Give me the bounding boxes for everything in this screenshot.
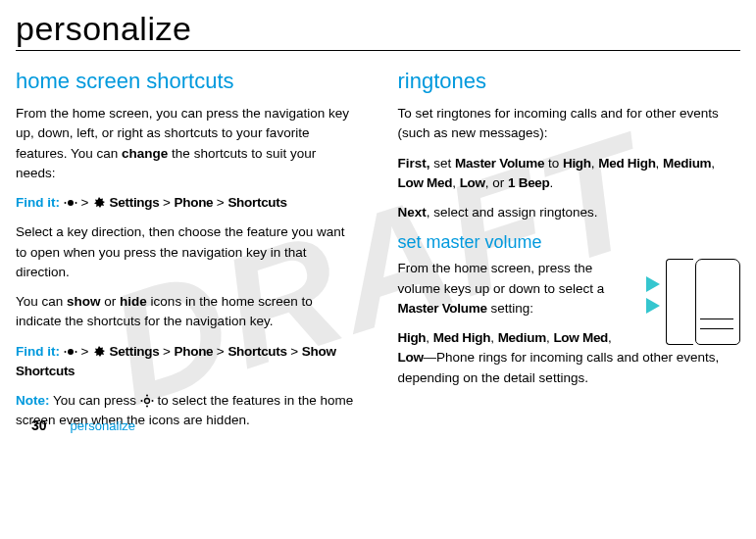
settings-icon [92,345,106,359]
sep: , [452,175,460,190]
sep: , [608,330,612,345]
arrow-icon [646,298,660,314]
svg-point-0 [68,200,74,206]
find-it-2: Find it: > Settings > Phone > Shortcuts … [16,342,359,382]
two-columns: home screen shortcuts From the home scre… [16,69,740,441]
nav-key-icon [140,394,154,408]
arrow-icon [646,276,660,292]
master-volume: Master Volume [398,301,487,316]
right-first: First, set Master Volume to High, Med Hi… [398,154,741,194]
left-p3: You can show or hide icons in the home s… [16,292,359,332]
text: You can press [50,393,140,408]
phone-body [695,259,740,345]
left-column: home screen shortcuts From the home scre… [16,69,359,441]
text: You can [16,294,67,309]
left-p1: From the home screen, you can press the … [16,104,359,183]
sep: > [163,195,175,210]
section-set-master-volume: set master volume [398,232,741,253]
opt-low: Low [398,350,424,365]
sep: > [77,344,92,359]
opt-medhigh: Med High [598,156,655,171]
sep: , [490,330,498,345]
right-column: ringtones To set ringtones for incoming … [398,69,741,441]
center-key-icon [64,198,77,208]
svg-point-7 [146,395,148,397]
nav-phone: Phone [175,195,217,210]
next-label: Next [398,205,427,220]
sep: , or [485,175,508,190]
page-content: personalize home screen shortcuts From t… [16,10,740,441]
page-footer: 30 personalize [31,417,135,433]
text: setting: [487,301,533,316]
nav-shortcuts: Shortcuts [227,195,286,210]
title-rule [16,50,740,51]
opt-medium: Medium [663,156,711,171]
page-number: 30 [31,417,47,433]
sep: > [77,195,92,210]
nav-settings: Settings [106,344,163,359]
sep: > [163,344,175,359]
word-show: show [67,294,101,309]
sep: , [711,156,715,171]
first-label: First, [398,156,430,171]
nav-phone: Phone [175,344,217,359]
section-home-shortcuts: home screen shortcuts [16,69,359,94]
settings-icon [92,196,106,210]
master-volume: Master Volume [455,156,544,171]
sep: > [290,344,302,359]
word-hide: hide [120,294,147,309]
find-it-label: Find it: [16,195,60,210]
svg-point-4 [64,351,66,353]
center-key-icon [64,347,77,357]
phone-keys [700,309,733,338]
phone-illustration [632,259,740,347]
opt-medhigh: Med High [433,330,490,345]
opt-high: High [398,330,427,345]
svg-point-8 [146,406,148,408]
right-next: Next, select and assign ringtones. [398,203,741,222]
left-p2: Select a key direction, then choose the … [16,222,359,282]
text: or [101,294,121,309]
section-ringtones: ringtones [398,69,741,94]
nav-settings: Settings [106,195,163,210]
text: to [544,156,563,171]
page-title: personalize [16,10,740,48]
opt-lowmed: Low Med [553,330,608,345]
text: —Phone rings for incoming calls and othe… [398,350,720,384]
note-label: Note: [16,393,50,408]
phone-side [666,259,693,345]
nav-shortcuts: Shortcuts [227,344,290,359]
text: , select and assign ringtones. [427,205,598,220]
opt-high: High [563,156,591,171]
sep: > [217,344,228,359]
opt-medium: Medium [498,330,546,345]
opt-lowmed: Low Med [398,175,453,190]
find-it-1: Find it: > Settings > Phone > Shortcuts [16,193,359,213]
opt-1beep: 1 Beep [508,175,549,190]
sep: > [217,195,228,210]
text: set [430,156,456,171]
opt-low: Low [460,175,485,190]
sep: , [426,330,433,345]
svg-point-1 [64,202,66,204]
right-p1: To set ringtones for incoming calls and … [398,104,741,144]
svg-point-3 [68,349,74,355]
text: . [550,175,554,190]
sep: , [656,156,664,171]
svg-point-6 [144,399,149,404]
svg-point-9 [140,400,142,402]
find-it-label: Find it: [16,344,60,359]
footer-section: personalize [71,418,136,433]
word-change: change [122,146,168,161]
text: From the home screen, press the volume k… [398,261,605,295]
